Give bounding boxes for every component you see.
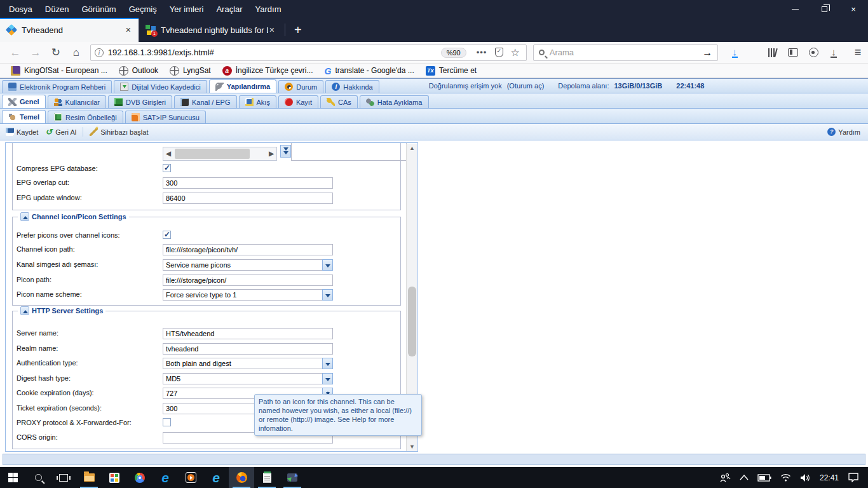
- picon-path-input[interactable]: [163, 274, 333, 286]
- prefer-picons-checkbox[interactable]: [163, 231, 171, 239]
- tab-users[interactable]: Kullanıcılar: [48, 95, 106, 108]
- tab-epg[interactable]: Elektronik Program Rehberi: [2, 80, 112, 93]
- microsoft-store-button[interactable]: [102, 467, 127, 488]
- forward-button[interactable]: →: [25, 44, 46, 62]
- bookmark-outlook[interactable]: Outlook: [113, 64, 164, 78]
- channel-icon-scheme-combo[interactable]: [163, 259, 333, 271]
- search-bar[interactable]: Arama →: [533, 44, 719, 61]
- save-button[interactable]: Kaydet: [3, 126, 41, 137]
- help-button[interactable]: Yardım: [824, 126, 865, 137]
- tab-stream[interactable]: Akış: [239, 95, 276, 108]
- chrome-button[interactable]: [127, 467, 153, 488]
- scrollbar-thumb[interactable]: [408, 287, 416, 356]
- epg-update-window-input[interactable]: [163, 193, 333, 204]
- chevron-down-icon[interactable]: [322, 358, 333, 369]
- menu-gecmis[interactable]: Geçmiş: [124, 3, 162, 16]
- search-go-icon[interactable]: →: [702, 47, 712, 58]
- action-center-icon[interactable]: [848, 473, 859, 482]
- tab-tvheadend[interactable]: Tvheadend ×: [0, 18, 139, 42]
- menu-araclar[interactable]: Araçlar: [211, 3, 247, 16]
- taskbar-clock[interactable]: 22:41: [820, 473, 839, 482]
- chevron-down-icon[interactable]: [322, 289, 333, 301]
- login-link[interactable]: (Oturum aç): [507, 82, 545, 90]
- collapse-fieldset-button[interactable]: [20, 212, 29, 221]
- channel-icon-path-input[interactable]: [163, 244, 333, 255]
- compress-epg-checkbox[interactable]: [163, 164, 171, 172]
- tab-base[interactable]: Temel: [2, 110, 46, 123]
- task-view-button[interactable]: [51, 467, 76, 488]
- notepad-button[interactable]: [254, 467, 280, 488]
- tab-channel-epg[interactable]: Kanal / EPG: [174, 95, 237, 108]
- scroll-down-icon[interactable]: ▼: [407, 442, 417, 451]
- menu-yardim[interactable]: Yardım: [250, 3, 287, 16]
- tab-debugging[interactable]: Hata Ayıklama: [360, 95, 429, 108]
- taskbar-search-button[interactable]: [25, 467, 51, 488]
- back-button[interactable]: ←: [5, 44, 25, 62]
- file-explorer-button[interactable]: [76, 467, 102, 488]
- bookmark-google-translate[interactable]: Gtranslate - Google'da ...: [319, 64, 420, 78]
- remote-desktop-button[interactable]: [280, 467, 305, 488]
- library-button[interactable]: [763, 44, 783, 62]
- undo-button[interactable]: ↺Geri Al: [41, 126, 79, 137]
- account-button[interactable]: [803, 44, 824, 62]
- tray-expand-chevron-icon[interactable]: [740, 475, 749, 480]
- tab-dvb-inputs[interactable]: DVB Girişleri: [108, 95, 172, 108]
- extension-download-button[interactable]: ↓: [824, 44, 844, 62]
- internet-explorer-button[interactable]: e: [203, 467, 229, 488]
- combo-value[interactable]: [163, 259, 333, 271]
- menu-hamburger-button[interactable]: ≡: [848, 44, 868, 62]
- picon-name-scheme-combo[interactable]: [163, 289, 333, 301]
- collapse-fieldset-button[interactable]: [20, 306, 29, 315]
- proxy-protocol-checkbox[interactable]: [163, 418, 171, 426]
- people-icon[interactable]: [719, 473, 731, 483]
- window-minimize-button[interactable]: [780, 0, 810, 18]
- page-actions-icon[interactable]: •••: [477, 48, 487, 57]
- tab-dvr[interactable]: Dijital Video Kaydedici: [114, 80, 207, 93]
- digest-hash-type-combo[interactable]: [163, 373, 333, 384]
- bookmark-ceviri[interactable]: aİngilizce Türkçe çevri...: [217, 64, 319, 78]
- tab-configuration[interactable]: Yapılandırma: [209, 79, 276, 93]
- tab-satip-server[interactable]: SAT>IP Sunucusu: [125, 111, 206, 123]
- home-button[interactable]: ⌂: [66, 44, 86, 62]
- bookmark-kingofsat[interactable]: KingOfSat - European ...: [5, 64, 113, 78]
- tab-close-icon[interactable]: ×: [268, 25, 276, 35]
- url-text[interactable]: 192.168.1.3:9981/extjs.html#: [108, 48, 441, 57]
- pocket-icon[interactable]: [495, 48, 503, 57]
- start-button[interactable]: [0, 467, 25, 488]
- zoom-level-badge[interactable]: %90: [441, 48, 466, 58]
- tab-cas[interactable]: CAs: [320, 95, 358, 108]
- chevron-down-icon[interactable]: [322, 373, 333, 384]
- edge-button[interactable]: e: [153, 467, 178, 488]
- tab-recording[interactable]: Kayıt: [278, 95, 318, 108]
- tab-about[interactable]: Hakkında: [325, 80, 379, 93]
- reload-button[interactable]: ↻: [46, 44, 66, 62]
- tab-close-icon[interactable]: ×: [125, 25, 132, 35]
- new-tab-button[interactable]: +: [288, 23, 308, 37]
- menu-duzen[interactable]: Düzen: [40, 3, 74, 16]
- search-placeholder[interactable]: Arama: [550, 48, 703, 57]
- sidebar-button[interactable]: [783, 44, 803, 62]
- bookmark-lyngsat[interactable]: LyngSat: [164, 64, 217, 78]
- media-player-button[interactable]: [178, 467, 203, 488]
- start-wizard-button[interactable]: Sihirbazı başlat: [86, 126, 151, 137]
- realm-name-input[interactable]: [163, 343, 333, 355]
- combo-value[interactable]: [163, 289, 333, 301]
- tab-nightly-builds[interactable]: Tvheadend nightly builds for LE ×: [139, 18, 282, 42]
- site-info-icon[interactable]: i: [95, 48, 104, 57]
- combo-value[interactable]: [163, 358, 333, 369]
- menu-dosya[interactable]: Dosya: [4, 3, 37, 16]
- bookmark-star-icon[interactable]: ☆: [510, 46, 519, 58]
- window-restore-button[interactable]: [810, 0, 839, 18]
- volume-icon[interactable]: [800, 473, 811, 482]
- bookmark-tercume[interactable]: TxTercüme et: [420, 64, 482, 78]
- battery-icon[interactable]: [757, 474, 771, 482]
- wifi-icon[interactable]: [780, 473, 791, 482]
- url-bar[interactable]: i 192.168.1.3:9981/extjs.html# %90 ••• ☆: [90, 44, 527, 61]
- firefox-button[interactable]: [229, 467, 254, 488]
- downloads-button[interactable]: ↓: [724, 44, 745, 62]
- tab-status[interactable]: Durum: [278, 80, 323, 93]
- authentication-type-combo[interactable]: [163, 358, 333, 369]
- combo-value[interactable]: [163, 373, 333, 384]
- tab-image-cache[interactable]: Resim Önbelleği: [48, 111, 123, 123]
- menu-gorunum[interactable]: Görünüm: [76, 3, 121, 16]
